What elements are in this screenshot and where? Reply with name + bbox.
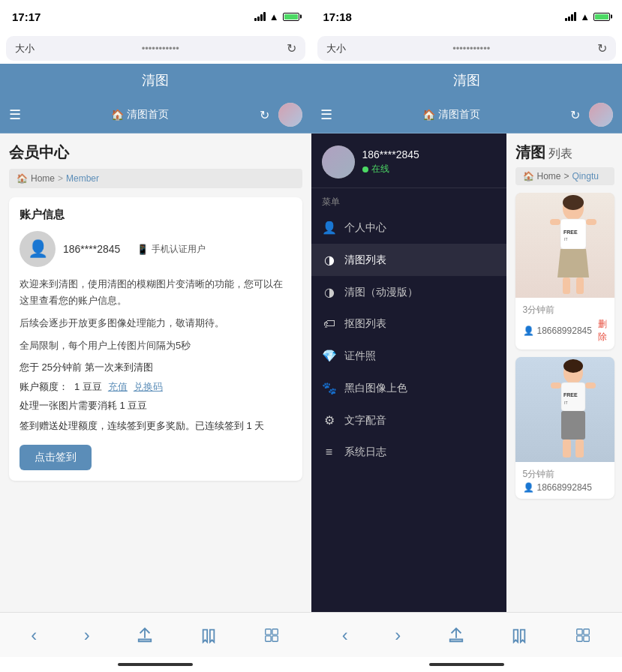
list-breadcrumb-home: Home [537,171,561,182]
app-header-right: 清图 [311,64,623,97]
menu-btn-left[interactable]: ☰ [9,106,21,123]
bookmarks-btn-left[interactable] [191,622,226,648]
desc1: 欢迎来到清图，使用清图的模糊图片变清晰的功能，您可以在这里查看您的账户信息。 [20,276,292,309]
status-bar-right: 17:18 ▲ [311,0,623,33]
svg-rect-12 [576,278,584,294]
forward-btn-left[interactable]: › [75,620,99,650]
image-time-2: 5分钟前 [523,468,607,481]
sidebar-avatar [322,146,355,178]
menu-btn-right[interactable]: ☰ [320,106,332,123]
svg-rect-0 [266,628,271,634]
address-label-right: 大小 [326,42,346,56]
tabs-btn-right[interactable] [566,622,600,648]
home-link-right[interactable]: 🏠 清图首页 [341,108,562,122]
user-verified: 📱 手机认证用户 [137,243,206,256]
list-title-main: 清图 [515,142,545,163]
recharge-btn[interactable]: 充值 [108,380,128,394]
sidebar-item-qingtu-list[interactable]: ◑ 清图列表 [311,244,506,276]
sidebar-overlay: 186****2845 在线 菜单 👤 个人中心 ◑ [311,134,506,612]
sidebar-item-tts[interactable]: ⚙ 文字配音 [311,404,506,436]
svg-point-14 [563,359,583,373]
visit-info: 您于 25分钟前 第一次来到清图 [20,360,292,376]
sidebar-item-id-photo-label: 证件照 [344,350,376,363]
forward-btn-right[interactable]: › [386,620,410,650]
share-btn-right[interactable] [439,622,473,648]
sidebar-phone: 186****2845 [362,148,496,160]
image-user-2: 👤 18668992845 [523,482,607,493]
svg-rect-18 [551,382,561,388]
redeem-btn[interactable]: 兑换码 [134,380,163,394]
image-user-1: 👤 18668992845 删除 [523,318,607,344]
image-item-2: FREE IT [515,357,614,499]
bookmarks-btn-right[interactable] [502,622,536,648]
share-btn-left[interactable] [128,622,162,648]
list-breadcrumb: 🏠 Home > Qingtu [515,167,614,185]
refresh-btn-right[interactable]: ↻ [597,41,607,56]
right-phone: 17:18 ▲ 大小 ••••••••••• ↻ 清图 ☰ 🏠 [311,0,623,672]
sidebar-item-cutout[interactable]: 🏷 抠图列表 [311,308,506,340]
nav-refresh-right[interactable]: ↻ [570,108,580,122]
battery-icon-right [593,13,610,21]
svg-text:IT: IT [564,237,567,242]
home-indicator-left [0,657,311,672]
address-bar-left: 大小 ••••••••••• ↻ [0,33,311,64]
svg-rect-20 [561,411,585,440]
nav-avatar-right[interactable] [589,103,613,127]
checkin-desc: 签到赠送处理额度，连续签到更多奖励。已连续签到 1 天 [20,418,292,434]
home-link-left[interactable]: 🏠 清图首页 [30,108,251,122]
sidebar-item-id-photo[interactable]: 💎 证件照 [311,340,506,372]
bottom-bar-right: ‹ › [311,612,623,657]
image-item-1: FREE IT [515,193,614,350]
tabs-btn-left[interactable] [254,622,289,648]
home-indicator-right [311,657,623,672]
image-meta-2: 5分钟前 👤 18668992845 [515,462,614,499]
nav-refresh-left[interactable]: ↻ [260,108,269,122]
address-url-left: ••••••••••• [39,43,282,54]
qingtu-anime-icon: ◑ [322,285,337,299]
list-page-title: 清图 列表 [506,134,623,167]
image-meta-1: 3分钟前 👤 18668992845 删除 [515,298,614,350]
home-icon-left: 🏠 [111,109,124,121]
delete-btn-1[interactable]: 删除 [598,318,607,344]
main-content-left: 会员中心 🏠 Home > Member 账户信息 👤 186****2845 … [0,134,311,612]
sidebar-item-syslog[interactable]: ≡ 系统日志 [311,436,506,468]
right-panel-wrapper: 186****2845 在线 菜单 👤 个人中心 ◑ [311,134,623,612]
balance-label: 账户额度： [20,380,68,394]
back-btn-right[interactable]: ‹ [333,620,357,650]
back-btn-left[interactable]: ‹ [22,620,46,650]
sidebar-item-cutout-label: 抠图列表 [344,317,386,331]
cutout-icon: 🏷 [322,317,337,331]
verified-icon: 📱 [137,244,149,255]
svg-rect-10 [586,219,596,225]
sidebar-item-colorize[interactable]: 🐾 黑白图像上色 [311,372,506,404]
svg-rect-19 [585,382,596,388]
syslog-icon: ≡ [322,446,337,459]
nav-bar-right: ☰ 🏠 清图首页 ↻ [311,97,623,134]
image-list: FREE IT [506,193,623,612]
status-dot [362,166,368,172]
bottom-bar-left: ‹ › [0,612,311,657]
sidebar-item-personal[interactable]: 👤 个人中心 [311,212,506,244]
sidebar-user-info: 186****2845 在线 [362,148,496,176]
user-phone-left: 186****2845 [63,243,120,255]
sidebar-item-qingtu-anime[interactable]: ◑ 清图（动漫版） [311,276,506,308]
svg-rect-9 [550,219,560,225]
tts-icon: ⚙ [322,413,337,428]
breadcrumb-home-icon: 🏠 [17,173,28,184]
svg-rect-26 [584,635,589,640]
balance-row: 账户额度： 1 豆豆 充值 兑换码 [20,380,292,394]
right-content: 清图 列表 🏠 Home > Qingtu [506,134,623,612]
checkin-button[interactable]: 点击签到 [20,445,92,470]
status-icons-right: ▲ [565,11,610,22]
status-bar-left: 17:17 ▲ [0,0,311,33]
nav-avatar-left[interactable] [278,103,302,127]
sidebar-item-qingtu-anime-label: 清图（动漫版） [344,286,418,299]
refresh-btn-left[interactable]: ↻ [287,41,296,56]
wifi-icon: ▲ [269,11,279,22]
sidebar-item-qingtu-list-label: 清图列表 [344,254,386,267]
svg-rect-1 [272,628,278,634]
svg-text:IT: IT [564,400,567,405]
address-label-left: 大小 [15,42,35,56]
person-icon: 👤 [322,220,337,235]
sidebar-status: 在线 [362,163,496,176]
